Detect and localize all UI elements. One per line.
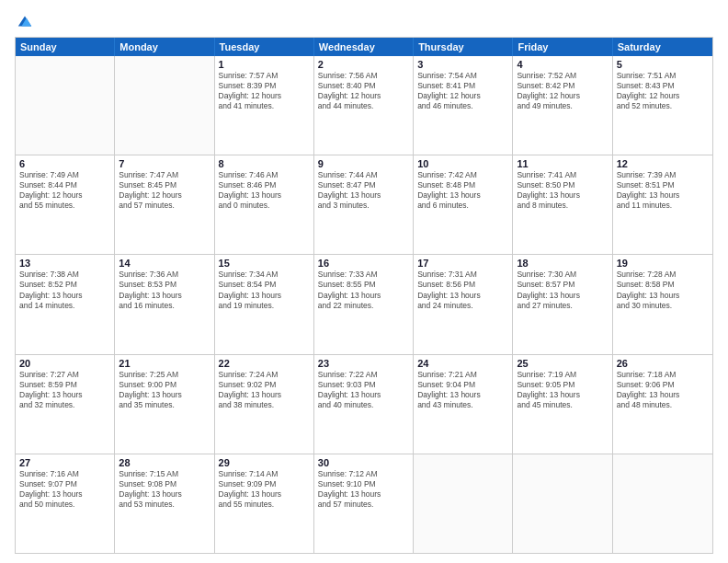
cal-header-cell-saturday: Saturday [613, 38, 712, 56]
day-number: 12 [617, 158, 709, 169]
cell-line: Sunset: 9:00 PM [119, 380, 210, 390]
cell-line: Daylight: 13 hours [119, 291, 210, 301]
cell-line: Sunrise: 7:46 AM [219, 170, 310, 180]
cell-line: Sunrise: 7:38 AM [19, 270, 110, 280]
day-number: 7 [119, 158, 210, 169]
day-number: 18 [517, 258, 608, 269]
cell-line: Sunset: 8:40 PM [318, 81, 409, 91]
calendar: SundayMondayTuesdayWednesdayThursdayFrid… [15, 37, 713, 554]
cell-line: Sunrise: 7:57 AM [219, 71, 310, 81]
cell-line: and 6 minutes. [417, 201, 508, 211]
cell-line: and 57 minutes. [119, 201, 210, 211]
cal-cell-12: 12Sunrise: 7:39 AMSunset: 8:51 PMDayligh… [613, 155, 712, 254]
day-number: 23 [318, 358, 409, 369]
cell-line: Sunset: 8:50 PM [517, 180, 608, 190]
cal-cell-21: 21Sunrise: 7:25 AMSunset: 9:00 PMDayligh… [115, 355, 214, 454]
cal-cell-16: 16Sunrise: 7:33 AMSunset: 8:55 PMDayligh… [314, 255, 414, 353]
cal-cell-empty-4-4 [414, 454, 513, 553]
cell-line: Sunset: 8:54 PM [219, 280, 310, 290]
cell-line: Sunset: 9:10 PM [318, 479, 409, 489]
day-number: 25 [517, 358, 608, 369]
cell-line: Sunrise: 7:31 AM [417, 270, 508, 280]
calendar-header-row: SundayMondayTuesdayWednesdayThursdayFrid… [16, 38, 712, 56]
cell-line: Sunrise: 7:14 AM [219, 469, 310, 479]
cell-line: Daylight: 13 hours [318, 390, 409, 400]
cell-line: Sunrise: 7:44 AM [318, 170, 409, 180]
cell-line: Sunrise: 7:34 AM [219, 270, 310, 280]
cell-line: Sunrise: 7:18 AM [617, 370, 709, 380]
cell-line: Daylight: 13 hours [517, 390, 608, 400]
cal-row-1: 6Sunrise: 7:49 AMSunset: 8:44 PMDaylight… [16, 155, 712, 254]
cell-line: and 22 minutes. [318, 301, 409, 311]
cal-cell-26: 26Sunrise: 7:18 AMSunset: 9:06 PMDayligh… [613, 355, 712, 454]
cell-line: Sunrise: 7:47 AM [119, 170, 210, 180]
cal-row-2: 13Sunrise: 7:38 AMSunset: 8:52 PMDayligh… [16, 254, 712, 353]
cell-line: and 49 minutes. [517, 101, 608, 111]
header [15, 11, 713, 29]
cell-line: Sunrise: 7:19 AM [517, 370, 608, 380]
cell-line: Sunrise: 7:41 AM [517, 170, 608, 180]
cell-line: Sunrise: 7:25 AM [119, 370, 210, 380]
cell-line: Sunset: 8:47 PM [318, 180, 409, 190]
cell-line: and 50 minutes. [19, 500, 110, 510]
cell-line: Sunset: 8:57 PM [517, 280, 608, 290]
cell-line: and 55 minutes. [219, 500, 310, 510]
cal-header-cell-tuesday: Tuesday [215, 38, 314, 56]
cell-line: Daylight: 12 hours [318, 91, 409, 101]
cell-line: Sunrise: 7:15 AM [119, 469, 210, 479]
cell-line: Sunset: 8:51 PM [617, 180, 709, 190]
cell-line: and 38 minutes. [219, 400, 310, 410]
cell-line: Daylight: 12 hours [19, 190, 110, 201]
page: SundayMondayTuesdayWednesdayThursdayFrid… [0, 0, 728, 563]
cell-line: and 27 minutes. [517, 301, 608, 311]
cell-line: and 0 minutes. [219, 201, 310, 211]
cell-line: and 43 minutes. [417, 400, 508, 410]
day-number: 11 [517, 158, 608, 169]
cell-line: Sunset: 8:56 PM [417, 280, 508, 290]
cal-cell-11: 11Sunrise: 7:41 AMSunset: 8:50 PMDayligh… [513, 155, 612, 254]
cell-line: Daylight: 13 hours [119, 489, 210, 500]
cal-cell-29: 29Sunrise: 7:14 AMSunset: 9:09 PMDayligh… [215, 454, 314, 553]
cell-line: Sunset: 8:59 PM [19, 380, 110, 390]
day-number: 2 [318, 59, 409, 70]
cell-line: Daylight: 12 hours [417, 91, 508, 101]
day-number: 24 [417, 358, 508, 369]
day-number: 15 [219, 258, 310, 269]
cal-cell-10: 10Sunrise: 7:42 AMSunset: 8:48 PMDayligh… [414, 155, 513, 254]
day-number: 8 [219, 158, 310, 169]
cell-line: Daylight: 13 hours [417, 390, 508, 400]
cal-cell-30: 30Sunrise: 7:12 AMSunset: 9:10 PMDayligh… [314, 454, 414, 553]
cal-cell-empty-0-0 [16, 56, 115, 155]
cell-line: Daylight: 13 hours [617, 190, 709, 201]
cell-line: and 30 minutes. [617, 301, 709, 311]
cell-line: Sunset: 8:44 PM [19, 180, 110, 190]
cell-line: and 11 minutes. [617, 201, 709, 211]
cell-line: Sunrise: 7:49 AM [19, 170, 110, 180]
day-number: 13 [19, 258, 110, 269]
cell-line: Sunrise: 7:52 AM [517, 71, 608, 81]
cell-line: Sunset: 9:07 PM [19, 479, 110, 489]
day-number: 1 [219, 59, 310, 70]
cell-line: Sunrise: 7:39 AM [617, 170, 709, 180]
cell-line: and 14 minutes. [19, 301, 110, 311]
day-number: 3 [417, 59, 508, 70]
cell-line: Daylight: 13 hours [417, 291, 508, 301]
cal-cell-1: 1Sunrise: 7:57 AMSunset: 8:39 PMDaylight… [215, 56, 314, 155]
cell-line: Sunset: 9:04 PM [417, 380, 508, 390]
cell-line: Daylight: 13 hours [517, 190, 608, 201]
cal-cell-14: 14Sunrise: 7:36 AMSunset: 8:53 PMDayligh… [115, 255, 214, 353]
cal-header-cell-thursday: Thursday [414, 38, 513, 56]
cell-line: Sunrise: 7:33 AM [318, 270, 409, 280]
cell-line: Sunset: 9:02 PM [219, 380, 310, 390]
cell-line: and 52 minutes. [617, 101, 709, 111]
cell-line: and 46 minutes. [417, 101, 508, 111]
cell-line: Daylight: 13 hours [417, 190, 508, 201]
cell-line: Sunset: 8:43 PM [617, 81, 709, 91]
cell-line: Daylight: 13 hours [219, 390, 310, 400]
cal-header-cell-monday: Monday [115, 38, 214, 56]
cell-line: Sunset: 8:41 PM [417, 81, 508, 91]
cell-line: Sunrise: 7:21 AM [417, 370, 508, 380]
cal-cell-28: 28Sunrise: 7:15 AMSunset: 9:08 PMDayligh… [115, 454, 214, 553]
cell-line: Sunset: 9:09 PM [219, 479, 310, 489]
day-number: 17 [417, 258, 508, 269]
